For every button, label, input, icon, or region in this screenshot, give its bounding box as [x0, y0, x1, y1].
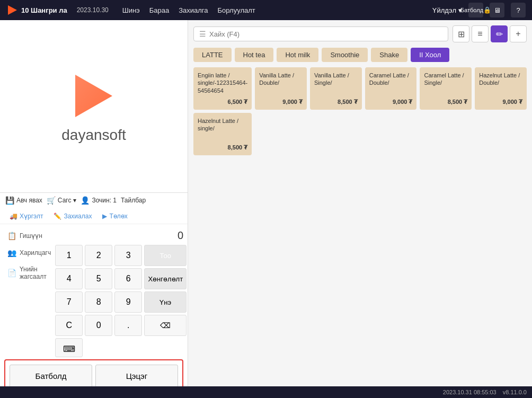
svg-marker-0 [8, 5, 17, 15]
lock-button[interactable]: Батболд 🔒 [468, 3, 483, 17]
cat-tab-latte[interactable]: LATTE [193, 48, 232, 62]
price-button[interactable]: Үнэ [144, 291, 187, 313]
product-card-5[interactable]: Hazelnut Latte / Double/ 9,000 ₮ [475, 67, 527, 110]
cat-tab-smoothie[interactable]: Smoothie [322, 48, 368, 62]
product-grid: Engiin latte / single/-122315464-5456465… [193, 67, 527, 155]
product-card-1[interactable]: Vanilla Latte / Double/ 9,000 ₮ [255, 67, 307, 110]
menu-item-sales[interactable]: Борлуулалт [218, 6, 255, 14]
num-5-button[interactable]: 5 [85, 268, 112, 289]
menu-item-goods[interactable]: Бараа [149, 6, 169, 14]
cart-button[interactable]: 🛒 Сагс ▾ [47, 196, 77, 205]
dayansoft-logo-icon [67, 69, 120, 122]
monitor-icon-btn[interactable]: 🖥 [490, 3, 504, 17]
order-icon: ✏️ [54, 213, 61, 220]
num-7-button[interactable]: 7 [55, 291, 83, 313]
action-button[interactable]: Үйлдэл ▾ [432, 6, 462, 14]
num-3-button[interactable]: 3 [114, 245, 142, 266]
navbar-date: 2023.10.30 [77, 6, 109, 14]
tab-row: 🚚 Хүргэлт ✏️ Захиалах ▶ Төлөх [0, 210, 188, 224]
store-name: 10 Шангри ла [21, 6, 67, 14]
search-icon: ☰ [199, 30, 206, 38]
navbar: 10 Шангри ла 2023.10.30 Шинэ Бараа Захиа… [0, 0, 532, 20]
status-datetime: 2023.10.31 08:55:03 [443, 389, 496, 395]
pricelist-icon: 📄 [7, 269, 16, 277]
tab-delivery[interactable]: 🚚 Хүргэлт [4, 210, 48, 224]
take-away-icon: 💾 [5, 196, 14, 205]
member-button[interactable]: 📋 Гишүүн [5, 228, 53, 243]
num-8-button[interactable]: 8 [85, 291, 112, 313]
category-tabs: LATTE Hot tea Hot milk Smoothie Shake II… [193, 48, 527, 62]
search-input[interactable] [209, 30, 442, 38]
search-toolbar: ☰ ⊞ ≡ ✏ + [193, 25, 527, 42]
dayansoft-text: dayansoft [61, 127, 126, 144]
take-away-button[interactable]: 💾 Авч явах [5, 196, 42, 205]
product-card-3[interactable]: Caramel Latte / Double/ 9,000 ₮ [365, 67, 417, 110]
tab-order[interactable]: ✏️ Захиалах [48, 210, 97, 224]
main-layout: dayansoft 💾 Авч явах 🛒 Сагс ▾ 👤 Зочин: 1… [0, 20, 532, 398]
num-2-button[interactable]: 2 [85, 245, 112, 266]
customer-icon: 👥 [7, 249, 16, 257]
product-card-4[interactable]: Caramel Latte / Single/ 8,500 ₮ [420, 67, 472, 110]
logo-area: dayansoft [0, 20, 188, 192]
num-dot-button[interactable]: . [114, 315, 142, 336]
menu-item-new[interactable]: Шинэ [122, 6, 140, 14]
lock-label: Батболд [460, 7, 483, 13]
num-1-button[interactable]: 1 [55, 245, 83, 266]
grid-view-button[interactable]: ⊞ [453, 25, 469, 42]
too-button[interactable]: Тоо [144, 245, 187, 266]
right-panel: ☰ ⊞ ≡ ✏ + LATTE Hot tea Hot milk Smoothi… [188, 20, 532, 398]
cat-tab-hot-milk[interactable]: Hot milk [277, 48, 318, 62]
pricelist-button[interactable]: 📄 Үнийн жагсаалт [5, 262, 53, 284]
num-clear-button[interactable]: C [55, 315, 83, 336]
cancel-button[interactable]: Цэцэг [95, 365, 178, 387]
product-card-6[interactable]: Hazelnut Latte / single/ 8,500 ₮ [193, 113, 252, 155]
edit-button[interactable]: ✏ [491, 25, 508, 42]
cat-tab-hot-tea[interactable]: Hot tea [235, 48, 274, 62]
toolbar-icons: ⊞ ≡ ✏ + [453, 25, 527, 42]
tab-pay[interactable]: ▶ Төлөх [97, 210, 132, 224]
confirm-button[interactable]: Батболд [10, 365, 92, 387]
navbar-menu: Шинэ Бараа Захиалга Борлуулалт [122, 6, 255, 14]
list-view-button[interactable]: ≡ [472, 25, 489, 42]
delivery-icon: 🚚 [10, 213, 17, 220]
numpad-area: 0 1 2 3 4 5 6 7 8 9 C 0 . [55, 228, 187, 357]
numpad-display: 0 [55, 228, 187, 245]
status-version: v8.11.0.0 [503, 389, 527, 395]
monitor-icon: 🖥 [494, 6, 501, 14]
member-icon: 📋 [7, 232, 16, 240]
menu-item-orders[interactable]: Захиалга [179, 6, 208, 14]
cat-tab-food[interactable]: II Хоол [411, 48, 449, 62]
side-labels: 📋 Гишүүн 👥 Харилцагч 📄 Үнийн жагсаалт [3, 228, 55, 357]
discount-button[interactable]: Хөнгөлөлт [144, 268, 187, 289]
num-6-button[interactable]: 6 [114, 268, 142, 289]
num-9-button[interactable]: 9 [114, 291, 142, 313]
navbar-logo: 10 Шангри ла [6, 4, 67, 16]
backspace-button[interactable]: ⌫ [144, 315, 187, 336]
num-0-button[interactable]: 0 [85, 315, 112, 336]
keyboard-icon-button[interactable]: ⌨ [55, 338, 83, 357]
note-button[interactable]: Тайлбар [121, 197, 146, 204]
add-button[interactable]: + [510, 25, 527, 42]
numpad-keys: 1 2 3 4 5 6 7 8 9 C 0 . [55, 245, 142, 336]
pay-icon: ▶ [102, 213, 107, 220]
navbar-right: Үйлдэл ▾ Батболд 🔒 🖥 ? [432, 3, 526, 17]
guest-button[interactable]: 👤 Зочин: 1 [81, 196, 117, 205]
search-box: ☰ [193, 26, 448, 41]
num-4-button[interactable]: 4 [55, 268, 83, 289]
product-card-0[interactable]: Engiin latte / single/-122315464-5456465… [193, 67, 252, 110]
left-panel: dayansoft 💾 Авч явах 🛒 Сагс ▾ 👤 Зочин: 1… [0, 20, 188, 398]
product-card-2[interactable]: Vanilla Latte / Single/ 8,500 ₮ [310, 67, 362, 110]
action-row: 💾 Авч явах 🛒 Сагс ▾ 👤 Зочин: 1 Тайлбар [0, 192, 188, 207]
cat-tab-shake[interactable]: Shake [371, 48, 407, 62]
guest-icon: 👤 [81, 196, 90, 205]
cart-icon: 🛒 [47, 196, 56, 205]
status-bar: 2023.10.31 08:55:03 v8.11.0.0 [0, 386, 532, 398]
cart-dropdown-icon: ▾ [73, 197, 76, 204]
app-logo-icon [6, 4, 18, 16]
numpad-labels: Тоо Хөнгөлөлт Үнэ ⌫ [144, 245, 187, 336]
help-icon-btn[interactable]: ? [511, 3, 526, 17]
svg-marker-1 [75, 75, 112, 117]
help-icon: ? [516, 6, 520, 14]
customer-button[interactable]: 👥 Харилцагч [5, 245, 53, 260]
